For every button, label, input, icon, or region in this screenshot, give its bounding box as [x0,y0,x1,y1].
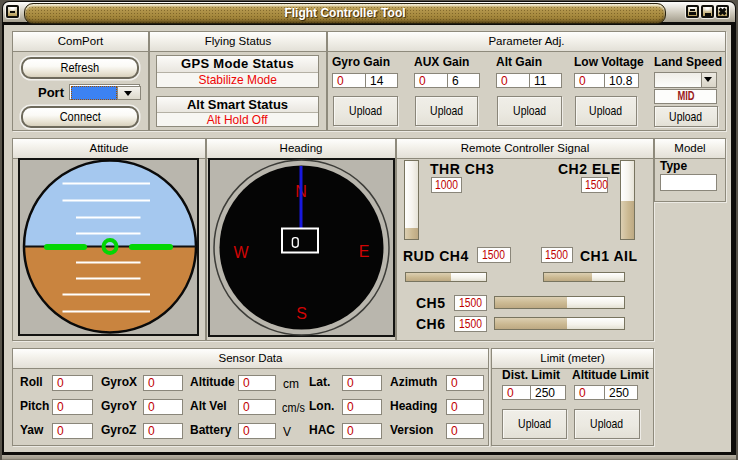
svg-text:E: E [359,243,370,260]
svg-text:S: S [296,305,307,322]
svg-text:W: W [233,244,249,261]
